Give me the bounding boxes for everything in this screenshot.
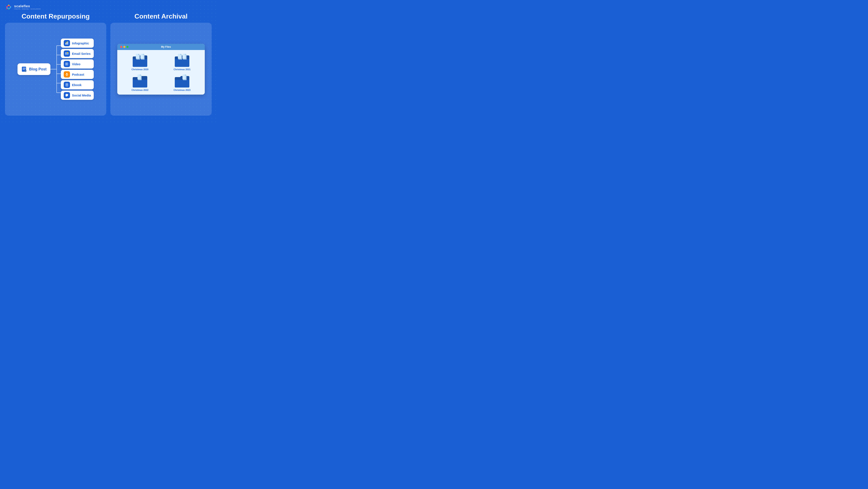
svg-rect-18 — [65, 43, 66, 44]
main-content: Content Repurposing ✏ Blog Post — [5, 12, 212, 116]
folder-label-2021: Christmas 2021 — [174, 68, 190, 71]
logo: scaleflex CREATE • MANAGE • ACCELERATE — [5, 3, 212, 11]
right-section-card: My Files — [111, 23, 212, 116]
logo-tagline: CREATE • MANAGE • ACCELERATE — [14, 8, 41, 9]
page-wrapper: scaleflex CREATE • MANAGE • ACCELERATE C… — [0, 0, 217, 122]
fm-titlebar: My Files — [117, 44, 205, 50]
podcast-label: Podcast — [72, 73, 84, 76]
connector-lines — [51, 41, 61, 97]
folder-icon-2023 — [174, 74, 190, 88]
fm-minimize-dot — [123, 46, 125, 48]
svg-point-1 — [10, 6, 11, 7]
folder-christmas-2021[interactable]: Christmas 2021 — [163, 53, 202, 71]
ebook-label: Ebook — [72, 83, 82, 87]
fm-content: Christmas 2020 — [117, 50, 205, 95]
output-item-infographic: Infographic — [61, 38, 94, 48]
svg-point-0 — [6, 6, 7, 7]
folder-label-2022: Christmas 2022 — [131, 89, 148, 91]
svg-rect-20 — [67, 42, 68, 44]
blog-post-label: Blog Post — [29, 67, 46, 71]
svg-point-21 — [65, 43, 66, 43]
logo-text: scaleflex CREATE • MANAGE • ACCELERATE — [14, 5, 41, 9]
svg-point-2 — [8, 5, 9, 6]
ebook-icon — [64, 82, 70, 88]
left-section-title: Content Repurposing — [5, 12, 106, 20]
fm-title: My Files — [130, 45, 202, 48]
output-item-email-series: ! Email Series — [61, 49, 94, 58]
email-series-label: Email Series — [72, 52, 91, 55]
email-icon: ! — [64, 51, 70, 57]
right-section: Content Archival My Files — [111, 12, 212, 116]
blog-post-box: ✏ Blog Post — [18, 63, 51, 75]
fm-window-controls — [120, 46, 128, 48]
fm-close-dot — [120, 46, 122, 48]
folder-label-2023: Christmas 2023 — [174, 89, 190, 91]
output-items: Infographic ! Email — [61, 38, 94, 100]
scaleflex-logo-icon — [5, 3, 12, 11]
folder-icon-2021 — [174, 53, 190, 67]
video-icon — [64, 61, 70, 67]
svg-point-3 — [8, 8, 9, 9]
diagram: ✏ Blog Post — [9, 38, 102, 100]
folder-icon-2020 — [132, 53, 148, 67]
output-item-video: Video — [61, 59, 94, 68]
folder-icon-2022 — [132, 74, 148, 88]
folder-label-2020: Christmas 2020 — [131, 68, 148, 71]
infographic-icon — [64, 40, 70, 46]
blog-post-icon: ✏ — [21, 66, 27, 72]
file-manager: My Files — [117, 44, 205, 95]
folder-christmas-2023[interactable]: Christmas 2023 — [163, 74, 202, 91]
left-section-card: ✏ Blog Post — [5, 23, 106, 116]
svg-point-22 — [66, 42, 67, 42]
infographic-label: Infographic — [72, 41, 89, 45]
left-section: Content Repurposing ✏ Blog Post — [5, 12, 106, 116]
logo-name: scaleflex — [14, 5, 41, 8]
svg-rect-19 — [66, 42, 67, 44]
podcast-icon — [64, 71, 70, 78]
fm-maximize-dot — [126, 46, 128, 48]
output-item-social-media: Social Media — [61, 91, 94, 100]
output-item-ebook: Ebook — [61, 80, 94, 89]
social-media-label: Social Media — [72, 94, 91, 97]
right-section-title: Content Archival — [111, 12, 212, 20]
output-item-podcast: Podcast — [61, 70, 94, 79]
video-label: Video — [72, 62, 81, 66]
svg-rect-29 — [66, 73, 67, 74]
folder-christmas-2022[interactable]: Christmas 2022 — [121, 74, 159, 91]
social-media-icon — [64, 92, 70, 98]
folder-christmas-2020[interactable]: Christmas 2020 — [121, 53, 159, 71]
